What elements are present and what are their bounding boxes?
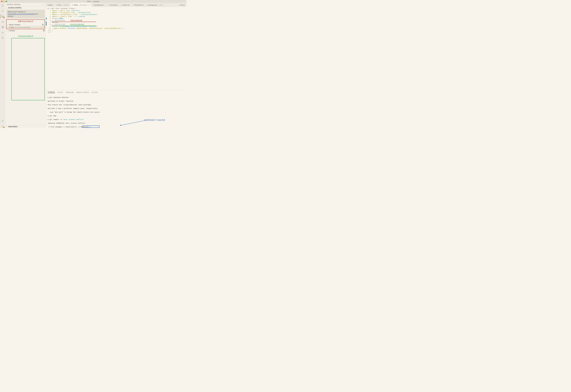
stage-icon[interactable]: + <box>42 26 43 28</box>
activitybar: 1 1 <box>0 3 5 128</box>
merge-count-badge: 1 <box>42 24 44 26</box>
scm-section-head[interactable]: ⌄ SOURCE CONTROL <box>5 6 46 9</box>
annotation-arrow-icon <box>119 120 147 127</box>
annotation-incoming-branch: 待合并分支的代码 <box>70 24 84 26</box>
js-file-icon: JS <box>69 8 70 9</box>
chevron-down-icon: ⌄ <box>7 30 8 31</box>
tab-services[interactable]: JSservices.js <box>107 3 119 7</box>
annotation-green-line <box>52 26 96 26</box>
scm-badge: 1 <box>3 17 5 18</box>
bookmark-icon[interactable] <box>1 36 4 40</box>
open-file-icon[interactable]: ⬚ <box>40 26 41 28</box>
terminal-tabs: TERMINAL OUTPUT PROBLEMS DEBUG CONSOLE G… <box>46 91 186 94</box>
json-file-icon: {} <box>147 4 148 6</box>
commit-message-input[interactable]: Merge branch 'develop' of https://github… <box>7 10 45 18</box>
vue-file-icon: ▼ <box>121 4 122 6</box>
merge-file-row[interactable]: JS file.js src/main/menu/templates ⬚ + ! <box>7 26 45 28</box>
svg-point-1 <box>2 15 2 16</box>
chevron-right-icon: › <box>6 126 8 127</box>
js-file-icon: JS <box>108 4 110 6</box>
svg-point-10 <box>2 126 3 127</box>
js-file-icon: JS <box>9 27 10 28</box>
tab-settings[interactable]: Settings <box>178 3 186 7</box>
explorer-icon[interactable] <box>1 4 4 7</box>
line-number-gutter: 123 456 789 10178179 <box>47 10 52 91</box>
annotation-red-line <box>52 22 96 22</box>
annotation-merge-status-box <box>82 126 99 128</box>
gitlens-tab[interactable]: GITLENS <box>91 92 98 93</box>
code-editor[interactable]: 123 456 789 10178179 import { app } from… <box>46 10 186 91</box>
problems-tab[interactable]: PROBLEMS <box>66 92 74 93</box>
chevron-down-icon: ⌄ <box>7 24 9 26</box>
conflict-icon: ! <box>88 4 88 6</box>
conflict-icon: ! <box>44 26 44 28</box>
tab-filesystem[interactable]: JSfileSystem.js <box>131 3 145 7</box>
close-window-button[interactable] <box>1 1 2 2</box>
svg-rect-5 <box>2 26 2 27</box>
annotation-manual-merge: 需要手动合并的文件 ⌄ Merge Changes 1 JS file.js s… <box>6 19 45 29</box>
terminal-tab[interactable]: TERMINAL <box>48 91 55 93</box>
annotation-auto-merge-box <box>11 38 45 100</box>
js-file-icon: JS <box>133 4 134 6</box>
repo-link[interactable]: https://github.com/citrusjunoss/marktext <box>8 13 35 15</box>
settings-gear-icon[interactable]: 1 <box>1 125 4 128</box>
account-icon[interactable] <box>1 119 4 123</box>
worktrees-section[interactable]: › WORKTREES <box>5 125 46 128</box>
sidebar: SOURCE CONTROL ⋯ ⌄ SOURCE CONTROL Merge … <box>5 3 46 128</box>
json-file-icon: {} <box>93 4 94 6</box>
editor-tabs: mplates JSfile.js.../actions JSfile.js..… <box>46 3 186 7</box>
chevron-down-icon: ⌄ <box>6 7 8 9</box>
svg-rect-8 <box>3 27 3 28</box>
close-tab-icon[interactable]: × <box>89 4 90 6</box>
breadcrumb[interactable]: src› main› menu› templates› JS file.js› … <box>46 7 186 10</box>
terminal-panel: TERMINAL OUTPUT PROBLEMS DEBUG CONSOLE G… <box>46 91 186 128</box>
window-title: file.js — marktext <box>87 0 99 2</box>
minimize-window-button[interactable] <box>3 1 5 2</box>
code-content[interactable]: import { app } from 'electron' import * … <box>52 10 186 91</box>
svg-rect-7 <box>2 27 2 28</box>
js-file-icon: JS <box>56 4 57 6</box>
maximize-window-button[interactable] <box>6 1 7 2</box>
extensions-icon[interactable] <box>1 26 4 29</box>
svg-point-9 <box>2 120 3 121</box>
terminal-body[interactable]: ❯ git checkout develop Switched to branc… <box>46 94 186 128</box>
tab-package-json-core[interactable]: {}package.json.../core <box>145 3 164 7</box>
svg-point-2 <box>2 17 2 17</box>
changes-group[interactable]: ⌄ Changes 0 <box>5 29 46 32</box>
tab-file-templates[interactable]: JSfile.js.../templates!× <box>71 3 91 7</box>
tab-palette[interactable]: mplates <box>46 3 54 7</box>
timeline-icon[interactable] <box>1 20 4 24</box>
tab-file-actions[interactable]: JSfile.js.../actions <box>54 3 71 7</box>
svg-rect-6 <box>3 26 3 27</box>
js-file-icon: JS <box>72 4 74 6</box>
more-icon[interactable]: ⋯ <box>42 3 44 6</box>
tab-editor-vue[interactable]: ▼editor.vue <box>119 3 131 7</box>
settings-badge: 1 <box>3 127 5 128</box>
editor-area: mplates JSfile.js.../actions JSfile.js..… <box>46 3 186 128</box>
changes-count-badge: 0 <box>43 29 45 31</box>
sidebar-title: SOURCE CONTROL <box>7 4 21 5</box>
annotation-current-branch: 当前分支的代码 <box>70 20 82 22</box>
annotation-merge-status-text: 当前的状态处于 merge 状态 <box>144 119 165 121</box>
merge-changes-group[interactable]: ⌄ Merge Changes 1 <box>7 23 45 26</box>
output-tab[interactable]: OUTPUT <box>57 92 63 93</box>
source-control-icon[interactable]: 1 <box>1 15 4 18</box>
run-debug-icon[interactable] <box>1 31 4 34</box>
titlebar: file.js — marktext <box>0 0 186 3</box>
debug-console-tab[interactable]: DEBUG CONSOLE <box>76 92 89 93</box>
tab-package-json[interactable]: {}package.json./ <box>91 3 107 7</box>
annotation-auto-merged-label: 已经自动合并的文件 <box>5 35 46 38</box>
search-icon[interactable] <box>1 9 4 13</box>
